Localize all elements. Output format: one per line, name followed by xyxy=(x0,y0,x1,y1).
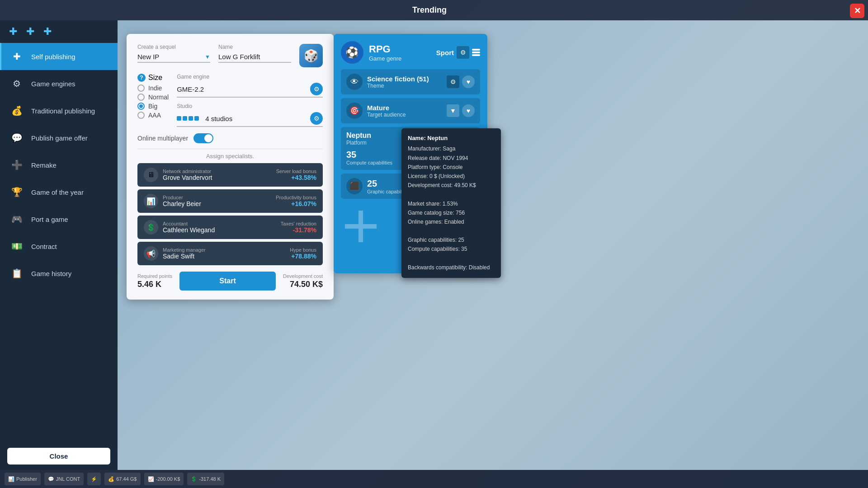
spec-bonus-label-0: Server load bonus xyxy=(276,169,316,174)
tooltip-license: License: 0 $ (Unlocked) xyxy=(408,172,495,181)
sequel-dropdown-arrow[interactable]: ▼ xyxy=(205,54,210,60)
tooltip-dev-cost: Development cost: 49.50 K$ xyxy=(408,181,495,190)
graphic-icon: ⬛ xyxy=(346,178,363,194)
size-aaa-label: AAA xyxy=(148,112,161,119)
sidebar-item-traditional-publishing[interactable]: 💰 Traditional publishing xyxy=(0,97,118,124)
name-input[interactable] xyxy=(218,53,291,61)
bar3 xyxy=(472,54,480,56)
traditional-publishing-icon: 💰 xyxy=(9,103,25,119)
required-points-label: Required points xyxy=(137,273,172,279)
graphic-left: ⬛ 25 Graphic capabilities xyxy=(346,178,410,194)
size-option-indie[interactable]: Indie xyxy=(137,84,169,92)
theme-label: Theme xyxy=(367,83,429,89)
spec-left-3: 📢 Marketing manager Sadie Swift xyxy=(144,246,206,261)
spec-name-3: Sadie Swift xyxy=(163,253,206,260)
spec-right-1: Productivity bonus +16.07% xyxy=(276,195,316,207)
tooltip-backwards: Backwards compatibility: Disabled xyxy=(408,263,495,272)
spec-icon-0: 🖥 xyxy=(144,168,158,182)
spec-info-0: Network administrator Grove Vandervort xyxy=(163,169,212,181)
specialist-card-3[interactable]: 📢 Marketing manager Sadie Swift Hype bon… xyxy=(137,242,323,265)
bar2 xyxy=(472,52,480,53)
studio-settings-button[interactable]: ⚙ xyxy=(310,112,323,125)
name-value xyxy=(218,53,291,63)
traditional-publishing-label: Traditional publishing xyxy=(31,107,95,115)
sidebar-item-remake[interactable]: ➕ Remake xyxy=(0,151,118,178)
close-x-button[interactable]: ✕ xyxy=(850,4,864,18)
sidebar-item-game-history[interactable]: 📋 Game history xyxy=(0,260,118,287)
size-options: Indie Normal Big AAA xyxy=(137,84,169,119)
studio-value: 4 studios xyxy=(205,115,307,122)
rpg-avatar: ⚽ xyxy=(341,41,363,64)
dev-cost-label: Development cost xyxy=(283,273,323,279)
sidebar-item-port-a-game[interactable]: 🎮 Port a game xyxy=(0,206,118,233)
tooltip-market-share: Market share: 1.53% xyxy=(408,200,495,208)
spec-role-2: Accountant xyxy=(163,221,215,226)
audience-row: 🎯 Mature Target audience ▼ ♥ xyxy=(341,98,480,123)
engine-settings-button[interactable]: ⚙ xyxy=(310,83,323,95)
spec-bonus-value-2: -31.78% xyxy=(281,226,316,234)
rpg-header: ⚽ RPG Game genre Sport ⚙ xyxy=(341,41,480,64)
bottom-item-3: ⚡ xyxy=(87,473,101,485)
dot2 xyxy=(183,116,187,121)
audience-info: Mature Target audience xyxy=(367,104,406,118)
sequel-name-row: Create a sequel New IP ▼ Name 🎲 xyxy=(137,44,323,67)
spec-info-2: Accountant Cathleen Wiegand xyxy=(163,221,215,234)
spec-bonus-label-2: Taxes' reduction xyxy=(281,221,316,226)
radio-aaa[interactable] xyxy=(137,112,145,119)
specialist-card-2[interactable]: 💲 Accountant Cathleen Wiegand Taxes' red… xyxy=(137,216,323,239)
genre-gear-button[interactable]: ⚙ xyxy=(457,46,469,59)
radio-big[interactable] xyxy=(137,103,145,110)
rpg-genre-label: Game genre xyxy=(369,55,401,62)
right-panel: ⚽ RPG Game genre Sport ⚙ 👁 Science fic xyxy=(334,34,487,273)
start-button[interactable]: Start xyxy=(179,272,276,291)
multiplayer-row: Online multiplayer xyxy=(137,133,323,143)
theme-heart-button[interactable]: ♥ xyxy=(462,75,475,88)
spec-right-0: Server load bonus +43.58% xyxy=(276,169,316,181)
sidebar-close-button[interactable]: Close xyxy=(7,448,110,465)
size-big-label: Big xyxy=(148,103,157,110)
sidebar-item-publish-game-offer[interactable]: 💬 Publish game offer xyxy=(0,124,118,151)
audience-heart-button[interactable]: ♥ xyxy=(462,104,475,117)
engine-field: GME-2.2 ⚙ xyxy=(177,83,323,98)
spec-right-2: Taxes' reduction -31.78% xyxy=(281,221,316,234)
main-content: Create a sequel New IP ▼ Name 🎲 ? Size xyxy=(118,20,868,470)
radio-indie[interactable] xyxy=(137,84,145,92)
specialist-card-0[interactable]: 🖥 Network administrator Grove Vandervort… xyxy=(137,163,323,187)
port-a-game-icon: 🎮 xyxy=(9,211,25,227)
multiplayer-toggle[interactable] xyxy=(193,133,213,143)
sidebar-icon-2[interactable]: ✚ xyxy=(26,26,34,38)
radio-normal[interactable] xyxy=(137,94,145,101)
bars-icon[interactable] xyxy=(472,49,480,56)
audience-dropdown-button[interactable]: ▼ xyxy=(447,104,459,117)
rpg-title: RPG xyxy=(369,43,401,55)
dot3 xyxy=(189,116,193,121)
top-bar-title: Trending xyxy=(412,5,447,15)
name-label: Name xyxy=(218,44,291,50)
theme-gear-button[interactable]: ⚙ xyxy=(447,75,459,88)
specialist-card-1[interactable]: 📊 Producer Charley Beier Productivity bo… xyxy=(137,189,323,213)
sidebar-icon-1[interactable]: ✚ xyxy=(9,26,17,38)
required-points-value: 5.46 K xyxy=(137,280,172,289)
size-option-aaa[interactable]: AAA xyxy=(137,112,169,119)
sidebar-item-game-of-the-year[interactable]: 🏆 Game of the year xyxy=(0,178,118,206)
dot4 xyxy=(194,116,199,121)
name-field-group: Name xyxy=(218,44,291,63)
theme-row: 👁 Science fiction (51) Theme ⚙ ♥ xyxy=(341,69,480,94)
publish-game-offer-label: Publish game offer xyxy=(31,134,88,142)
tooltip-compute-cap: Compute capabilities: 35 xyxy=(408,245,495,253)
spec-icon-2: 💲 xyxy=(144,220,158,235)
size-option-normal[interactable]: Normal xyxy=(137,94,169,101)
sidebar-item-contract[interactable]: 💵 Contract xyxy=(0,233,118,260)
studio-field: 4 studios ⚙ xyxy=(177,112,323,127)
theme-icon: 👁 xyxy=(346,74,363,90)
sidebar-item-game-engines[interactable]: ⚙ Game engines xyxy=(0,70,118,97)
remake-icon: ➕ xyxy=(9,157,25,173)
sidebar-icon-3[interactable]: ✚ xyxy=(43,26,52,38)
bar1 xyxy=(472,49,480,51)
spec-left-0: 🖥 Network administrator Grove Vandervort xyxy=(144,168,212,182)
size-option-big[interactable]: Big xyxy=(137,103,169,110)
rpg-titles: RPG Game genre xyxy=(369,43,401,62)
theme-info: Science fiction (51) Theme xyxy=(367,75,429,89)
sidebar-item-self-publishing[interactable]: ✚ Self publishing xyxy=(0,43,118,70)
bottom-item-2: 💬 JNL CONT xyxy=(44,473,84,485)
